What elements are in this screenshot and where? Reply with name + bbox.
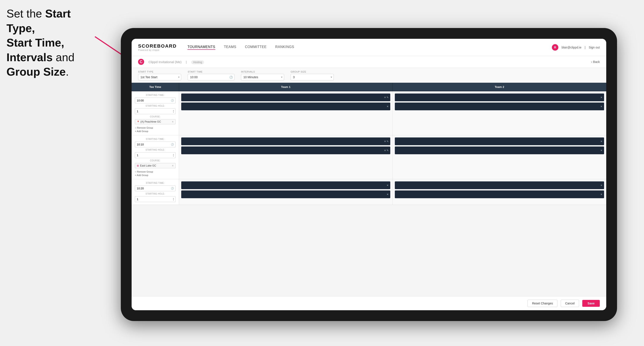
remove-course-chip-1[interactable]: ✕ bbox=[172, 120, 174, 123]
team1-col-3: ✕ ✕ bbox=[179, 179, 393, 205]
intervals-select[interactable]: 10 Minutes 8 Minutes 12 Minutes bbox=[241, 74, 284, 80]
starting-time-input-3[interactable] bbox=[135, 185, 176, 191]
course-label-1: COURSE: bbox=[135, 116, 176, 118]
group-row-3: STARTING TIME: 🕐 STARTING HOLE: ▲▼ ✕ bbox=[132, 179, 606, 205]
time-clock-icon-3: 🕐 bbox=[171, 187, 174, 190]
group-left-2: STARTING TIME: 🕐 STARTING HOLE: ▲▼ COURS… bbox=[132, 135, 179, 179]
cancel-button[interactable]: Cancel bbox=[561, 300, 579, 307]
breadcrumb-bar: C Clippd Invitational (Me) | Hosting ‹ B… bbox=[132, 56, 606, 68]
player-close-icon-5-2: ✕ bbox=[386, 193, 388, 196]
player-close-icon-6-1: ✕ bbox=[600, 184, 602, 187]
logo-text: SCOREBOARD bbox=[138, 43, 177, 49]
group-actions-1: ○ Remove Group + Add Group bbox=[135, 127, 176, 133]
save-button[interactable]: Save bbox=[582, 300, 600, 307]
tee-table-header: Tee Time Team 1 Team 2 bbox=[132, 83, 606, 91]
player-slot-1-2[interactable]: ✕ bbox=[181, 103, 390, 110]
starting-time-label-1: STARTING TIME: bbox=[135, 94, 176, 96]
start-time-group: Start Time 🕐 bbox=[188, 70, 234, 80]
start-type-select[interactable]: 1st Tee Start Shotgun Start bbox=[138, 74, 181, 80]
course-chip-2: 🏛 East Lake GC ✕ bbox=[135, 163, 176, 168]
nav-right: B blair@clippd.ie | Sign out bbox=[552, 44, 600, 51]
tournament-name: Clippd Invitational (Me) bbox=[148, 60, 182, 64]
nav-avatar: B bbox=[552, 44, 558, 51]
time-clock-icon-1: 🕐 bbox=[171, 99, 174, 102]
group-time-wrap-2: 🕐 bbox=[135, 142, 176, 147]
add-group-2[interactable]: + Add Group bbox=[135, 174, 176, 176]
player-slot-2-2[interactable]: ✕ bbox=[395, 103, 604, 110]
hole-stepper-3[interactable]: ▲▼ bbox=[172, 197, 174, 201]
add-group-1[interactable]: + Add Group bbox=[135, 130, 176, 133]
team1-col-2: ✕ ✎ ✕ ✎ bbox=[179, 135, 393, 179]
intervals-label: Intervals bbox=[241, 70, 284, 73]
hole-stepper-1[interactable]: ▲▼ bbox=[172, 110, 174, 113]
team2-col-2: ✕ ✕ bbox=[393, 135, 606, 179]
group-size-select-wrap: 3 2 4 bbox=[290, 74, 334, 80]
player-slot-5-1[interactable]: ✕ bbox=[181, 181, 390, 189]
player-slot-3-2[interactable]: ✕ ✎ bbox=[181, 147, 390, 154]
reset-changes-button[interactable]: Reset Changes bbox=[528, 300, 558, 307]
remove-group-2[interactable]: ○ Remove Group bbox=[135, 171, 176, 173]
user-email: blair@clippd.ie bbox=[562, 46, 582, 49]
player-slot-5-2[interactable]: ✕ bbox=[181, 190, 390, 198]
starting-hole-input-1[interactable] bbox=[135, 108, 176, 114]
team1-col-1: ✕ ✎ ✕ bbox=[179, 91, 393, 135]
bottom-bar: Reset Changes Cancel Save bbox=[132, 296, 606, 310]
nav-link-committee[interactable]: COMMITTEE bbox=[245, 45, 267, 50]
player-slot-4-1[interactable]: ✕ bbox=[395, 138, 604, 145]
start-time-input[interactable] bbox=[188, 74, 234, 80]
player-close-icon-4-1: ✕ bbox=[600, 140, 602, 143]
group-hole-wrap-3: ▲▼ bbox=[135, 196, 176, 202]
clock-icon: 🕐 bbox=[229, 76, 233, 79]
nav-link-teams[interactable]: TEAMS bbox=[224, 45, 236, 50]
hosting-badge: Hosting bbox=[191, 60, 204, 64]
starting-time-label-2: STARTING TIME: bbox=[135, 138, 176, 140]
starting-hole-label-3: STARTING HOLE: bbox=[135, 193, 176, 195]
group-actions-2: ○ Remove Group + Add Group bbox=[135, 171, 176, 176]
player-close-icon-2-1: ✕ bbox=[600, 96, 602, 99]
player-close-icon-1-2: ✕ bbox=[386, 105, 388, 108]
team1-header: Team 1 bbox=[179, 83, 393, 91]
starting-time-input-2[interactable] bbox=[135, 142, 176, 147]
player-close-icon-6-2: ✕ bbox=[600, 193, 602, 196]
start-type-label: Start Type bbox=[138, 70, 181, 73]
instruction-text: Set the Start Type,Start Time,Intervals … bbox=[6, 6, 88, 79]
start-time-input-wrap: 🕐 bbox=[188, 74, 234, 80]
tee-time-header: Tee Time bbox=[132, 83, 179, 91]
start-type-select-wrap: 1st Tee Start Shotgun Start bbox=[138, 74, 181, 80]
starting-hole-input-2[interactable] bbox=[135, 152, 176, 158]
group-row-2: STARTING TIME: 🕐 STARTING HOLE: ▲▼ COURS… bbox=[132, 135, 606, 179]
player-close-icon-3-2: ✕ ✎ bbox=[384, 149, 388, 152]
sign-out-link[interactable]: Sign out bbox=[589, 46, 600, 49]
breadcrumb-separator: | bbox=[186, 60, 188, 64]
group-left-1: STARTING TIME: 🕐 STARTING HOLE: ▲▼ COURS… bbox=[132, 91, 179, 135]
starting-time-input-1[interactable] bbox=[135, 98, 176, 103]
player-close-icon-2-2: ✕ bbox=[600, 105, 602, 108]
player-slot-3-1[interactable]: ✕ ✎ bbox=[181, 138, 390, 145]
player-slot-2-1[interactable]: ✕ bbox=[395, 94, 604, 101]
course-chip-1: 📍 (A) Peachtree GC ✕ bbox=[135, 119, 176, 124]
player-slot-6-1[interactable]: ✕ bbox=[395, 181, 604, 189]
player-slot-6-2[interactable]: ✕ bbox=[395, 190, 604, 198]
player-close-icon-3-1: ✕ ✎ bbox=[384, 140, 388, 143]
nav-link-tournaments[interactable]: TOURNAMENTS bbox=[188, 45, 215, 50]
starting-hole-input-3[interactable] bbox=[135, 196, 176, 202]
time-clock-icon-2: 🕐 bbox=[171, 143, 174, 146]
team2-header: Team 2 bbox=[393, 83, 606, 91]
tablet-screen: SCOREBOARD Powered by clippd TOURNAMENTS… bbox=[132, 39, 606, 310]
back-button[interactable]: ‹ Back bbox=[591, 60, 600, 64]
hole-stepper-2[interactable]: ▲▼ bbox=[172, 154, 174, 157]
tablet-shell: SCOREBOARD Powered by clippd TOURNAMENTS… bbox=[121, 28, 617, 321]
player-slot-1-1[interactable]: ✕ ✎ bbox=[181, 94, 390, 101]
group-hole-wrap-2: ▲▼ bbox=[135, 152, 176, 158]
player-close-icon-5-1: ✕ bbox=[386, 184, 388, 187]
course-name-2: East Lake GC bbox=[140, 164, 156, 167]
nav-link-rankings[interactable]: RANKINGS bbox=[275, 45, 294, 50]
remove-group-1[interactable]: ○ Remove Group bbox=[135, 127, 176, 129]
starting-hole-label-1: STARTING HOLE: bbox=[135, 105, 176, 107]
group-size-label: Group Size bbox=[290, 70, 334, 73]
top-nav: SCOREBOARD Powered by clippd TOURNAMENTS… bbox=[132, 39, 606, 56]
player-slot-4-2[interactable]: ✕ bbox=[395, 147, 604, 154]
remove-course-chip-2[interactable]: ✕ bbox=[172, 164, 174, 167]
group-size-select[interactable]: 3 2 4 bbox=[290, 74, 334, 80]
group-size-group: Group Size 3 2 4 bbox=[290, 70, 334, 80]
